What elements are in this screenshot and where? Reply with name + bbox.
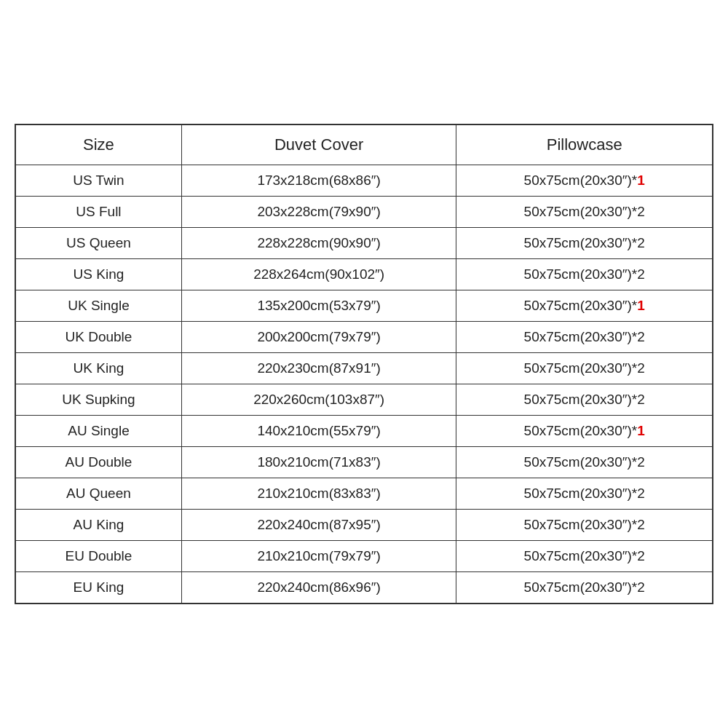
table-row: UK Supking220x260cm(103x87″)50x75cm(20x3… bbox=[16, 384, 713, 416]
cell-size: AU Queen bbox=[16, 478, 182, 510]
cell-pillowcase: 50x75cm(20x30″)*2 bbox=[456, 510, 713, 541]
table-row: UK Single135x200cm(53x79″)50x75cm(20x30″… bbox=[16, 290, 713, 322]
cell-pillowcase: 50x75cm(20x30″)*1 bbox=[456, 416, 713, 447]
cell-pillowcase: 50x75cm(20x30″)*2 bbox=[456, 447, 713, 478]
cell-size: EU Double bbox=[16, 541, 182, 572]
cell-pillowcase: 50x75cm(20x30″)*1 bbox=[456, 165, 713, 197]
size-chart-table: Size Duvet Cover Pillowcase US Twin173x2… bbox=[15, 124, 713, 604]
table-row: UK Double200x200cm(79x79″)50x75cm(20x30″… bbox=[16, 322, 713, 353]
header-pillowcase: Pillowcase bbox=[456, 125, 713, 165]
table-row: US Twin173x218cm(68x86″)50x75cm(20x30″)*… bbox=[16, 165, 713, 197]
pillowcase-count-red: 1 bbox=[637, 298, 645, 313]
cell-size: US King bbox=[16, 259, 182, 290]
cell-duvet: 228x264cm(90x102″) bbox=[181, 259, 456, 290]
cell-size: US Twin bbox=[16, 165, 182, 197]
cell-pillowcase: 50x75cm(20x30″)*2 bbox=[456, 228, 713, 259]
cell-pillowcase: 50x75cm(20x30″)*2 bbox=[456, 322, 713, 353]
cell-duvet: 220x240cm(86x96″) bbox=[181, 572, 456, 604]
cell-duvet: 173x218cm(68x86″) bbox=[181, 165, 456, 197]
cell-pillowcase: 50x75cm(20x30″)*1 bbox=[456, 290, 713, 322]
cell-size: UK King bbox=[16, 353, 182, 384]
table-row: US King228x264cm(90x102″)50x75cm(20x30″)… bbox=[16, 259, 713, 290]
cell-size: US Queen bbox=[16, 228, 182, 259]
cell-pillowcase: 50x75cm(20x30″)*2 bbox=[456, 541, 713, 572]
table-row: AU King220x240cm(87x95″)50x75cm(20x30″)*… bbox=[16, 510, 713, 541]
cell-duvet: 135x200cm(53x79″) bbox=[181, 290, 456, 322]
cell-size: UK Single bbox=[16, 290, 182, 322]
table-row: US Full203x228cm(79x90″)50x75cm(20x30″)*… bbox=[16, 197, 713, 228]
table-row: AU Double180x210cm(71x83″)50x75cm(20x30″… bbox=[16, 447, 713, 478]
pillowcase-count-red: 1 bbox=[637, 423, 645, 438]
header-size: Size bbox=[16, 125, 182, 165]
cell-size: US Full bbox=[16, 197, 182, 228]
cell-duvet: 220x260cm(103x87″) bbox=[181, 384, 456, 416]
cell-size: UK Double bbox=[16, 322, 182, 353]
cell-pillowcase: 50x75cm(20x30″)*2 bbox=[456, 353, 713, 384]
cell-duvet: 210x210cm(79x79″) bbox=[181, 541, 456, 572]
pillowcase-count-red: 1 bbox=[637, 173, 645, 188]
table-row: US Queen228x228cm(90x90″)50x75cm(20x30″)… bbox=[16, 228, 713, 259]
cell-duvet: 210x210cm(83x83″) bbox=[181, 478, 456, 510]
pillowcase-base-text: 50x75cm(20x30″)* bbox=[524, 298, 638, 313]
table-row: EU Double210x210cm(79x79″)50x75cm(20x30″… bbox=[16, 541, 713, 572]
table-header-row: Size Duvet Cover Pillowcase bbox=[16, 125, 713, 165]
cell-duvet: 220x240cm(87x95″) bbox=[181, 510, 456, 541]
cell-pillowcase: 50x75cm(20x30″)*2 bbox=[456, 197, 713, 228]
cell-pillowcase: 50x75cm(20x30″)*2 bbox=[456, 384, 713, 416]
cell-duvet: 203x228cm(79x90″) bbox=[181, 197, 456, 228]
cell-duvet: 180x210cm(71x83″) bbox=[181, 447, 456, 478]
cell-duvet: 200x200cm(79x79″) bbox=[181, 322, 456, 353]
cell-duvet: 220x230cm(87x91″) bbox=[181, 353, 456, 384]
size-chart-container: Size Duvet Cover Pillowcase US Twin173x2… bbox=[15, 124, 713, 604]
table-row: AU Queen210x210cm(83x83″)50x75cm(20x30″)… bbox=[16, 478, 713, 510]
cell-duvet: 228x228cm(90x90″) bbox=[181, 228, 456, 259]
header-duvet-cover: Duvet Cover bbox=[181, 125, 456, 165]
cell-size: UK Supking bbox=[16, 384, 182, 416]
table-row: EU King220x240cm(86x96″)50x75cm(20x30″)*… bbox=[16, 572, 713, 604]
cell-size: EU King bbox=[16, 572, 182, 604]
cell-pillowcase: 50x75cm(20x30″)*2 bbox=[456, 478, 713, 510]
cell-size: AU Double bbox=[16, 447, 182, 478]
cell-pillowcase: 50x75cm(20x30″)*2 bbox=[456, 572, 713, 604]
table-row: UK King220x230cm(87x91″)50x75cm(20x30″)*… bbox=[16, 353, 713, 384]
pillowcase-base-text: 50x75cm(20x30″)* bbox=[524, 423, 638, 438]
cell-size: AU King bbox=[16, 510, 182, 541]
cell-duvet: 140x210cm(55x79″) bbox=[181, 416, 456, 447]
table-row: AU Single140x210cm(55x79″)50x75cm(20x30″… bbox=[16, 416, 713, 447]
pillowcase-base-text: 50x75cm(20x30″)* bbox=[524, 173, 638, 188]
cell-size: AU Single bbox=[16, 416, 182, 447]
cell-pillowcase: 50x75cm(20x30″)*2 bbox=[456, 259, 713, 290]
